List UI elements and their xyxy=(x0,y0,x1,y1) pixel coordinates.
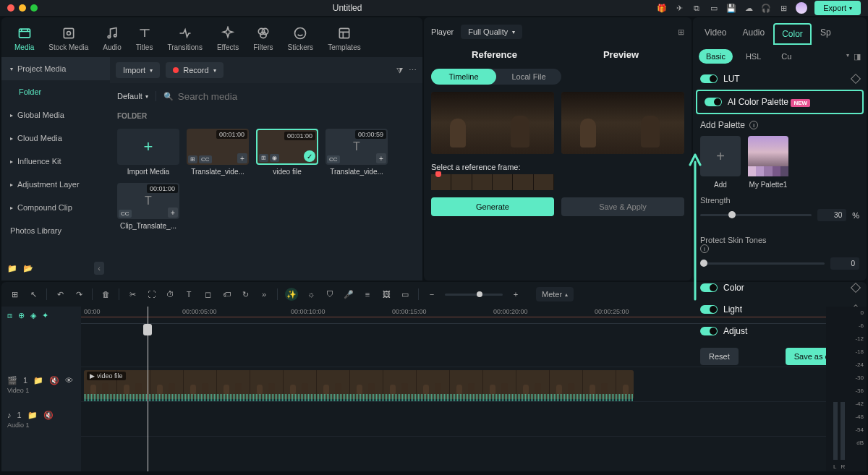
tab-speed[interactable]: Sp xyxy=(813,23,838,45)
speed-icon[interactable]: ⏱ xyxy=(164,288,176,300)
import-media-tile[interactable]: + Import Media xyxy=(117,129,179,176)
gift-icon[interactable]: 🎁 xyxy=(657,3,667,13)
text-icon[interactable]: T xyxy=(183,288,195,300)
shape-icon[interactable]: ◻ xyxy=(202,288,213,300)
filter-icon[interactable]: ⧩ xyxy=(396,66,403,75)
tab-audio[interactable]: Audio xyxy=(95,22,129,56)
shield-icon[interactable]: ⛉ xyxy=(324,288,336,300)
crop-icon[interactable]: ⛶ xyxy=(145,288,157,300)
folder-icon[interactable]: 📁 xyxy=(33,376,43,385)
timeline-tracks[interactable]: 00:00 00:00:05:00 00:00:10:00 00:00:15:0… xyxy=(81,307,826,471)
tab-local-file[interactable]: Local File xyxy=(496,69,561,85)
reference-preview[interactable] xyxy=(431,92,554,154)
redo-icon[interactable]: ↷ xyxy=(73,288,85,300)
color-toggle[interactable] xyxy=(700,283,718,292)
reference-frame-strip[interactable] xyxy=(431,174,554,190)
rotate-icon[interactable]: ↻ xyxy=(239,288,251,300)
sidebar-global-media[interactable]: ▸Global Media xyxy=(1,103,110,127)
new-folder-icon[interactable]: 📁 xyxy=(7,264,17,273)
tab-media[interactable]: Media xyxy=(7,22,41,56)
audio-track-lane[interactable] xyxy=(81,402,826,437)
compare-icon[interactable]: ◨ xyxy=(854,52,861,61)
subtab-hsl[interactable]: HSL xyxy=(739,49,768,64)
strength-slider[interactable] xyxy=(700,214,812,216)
history-icon[interactable]: ⧉ xyxy=(692,3,702,13)
clip-tile[interactable]: 00:01:00⊞◉✓ video file xyxy=(256,129,318,176)
sidebar-adjustment-layer[interactable]: ▸Adjustment Layer xyxy=(1,173,110,196)
tab-titles[interactable]: Titles xyxy=(129,22,161,56)
cut-icon[interactable]: ✂ xyxy=(127,288,138,300)
info-icon[interactable]: i xyxy=(749,121,758,129)
minimize-window[interactable] xyxy=(19,4,26,12)
audio-track-header[interactable]: ♪1📁🔇 Audio 1 xyxy=(1,402,81,437)
sidebar-compound-clip[interactable]: ▸Compound Clip xyxy=(1,196,110,219)
ai-palette-toggle[interactable] xyxy=(705,98,722,106)
marker2-icon[interactable]: ✦ xyxy=(42,311,48,320)
select-tool-icon[interactable]: ⊞ xyxy=(9,288,20,300)
new-subfolder-icon[interactable]: 📂 xyxy=(23,264,33,273)
sidebar-photos-library[interactable]: Photos Library xyxy=(1,219,110,242)
tag-icon[interactable]: 🏷 xyxy=(221,288,232,300)
brightness-icon[interactable]: ☼ xyxy=(305,288,317,300)
frame-icon[interactable]: ▭ xyxy=(399,288,411,300)
headphones-icon[interactable]: 🎧 xyxy=(761,3,771,13)
strength-value[interactable]: 30 xyxy=(817,209,846,221)
magnet-icon[interactable]: ⧈ xyxy=(7,311,12,320)
timeline-ruler[interactable]: 00:00 00:00:05:00 00:00:10:00 00:00:15:0… xyxy=(81,307,826,324)
clip-tile[interactable]: 00:01:00TCC+ Clip_Translate_... xyxy=(117,183,179,230)
zoom-slider[interactable] xyxy=(445,294,503,296)
tab-color[interactable]: Color xyxy=(773,23,812,45)
add-clip-icon[interactable]: + xyxy=(376,153,386,163)
picture-icon[interactable]: 🖼 xyxy=(380,288,392,300)
ai-tool-icon[interactable]: ✨ xyxy=(285,288,298,301)
folder-icon[interactable]: 📁 xyxy=(27,411,38,420)
tab-timeline[interactable]: Timeline xyxy=(431,69,496,85)
sort-dropdown[interactable]: Default▾ xyxy=(117,92,148,100)
info-icon[interactable]: i xyxy=(700,244,709,253)
undo-icon[interactable]: ↶ xyxy=(54,288,66,300)
levels-icon[interactable]: ≡ xyxy=(362,288,373,300)
playhead[interactable] xyxy=(148,307,148,471)
chevron-down-icon[interactable]: ▾ xyxy=(846,52,849,61)
tab-stock-media[interactable]: Stock Media xyxy=(41,22,95,56)
save-apply-button[interactable]: Save & Apply xyxy=(561,197,684,216)
sidebar-folder[interactable]: Folder xyxy=(1,80,110,103)
user-avatar[interactable] xyxy=(796,2,807,14)
sidebar-project-media[interactable]: ▾Project Media xyxy=(1,57,110,80)
keyframe-icon[interactable] xyxy=(851,283,861,293)
tab-templates[interactable]: Templates xyxy=(320,22,368,56)
generate-button[interactable]: Generate xyxy=(431,197,554,216)
subtab-curves[interactable]: Cu xyxy=(774,49,799,64)
delete-icon[interactable]: 🗑 xyxy=(100,288,111,300)
protect-skin-value[interactable]: 0 xyxy=(830,257,859,270)
video-track-lane[interactable]: ▶video file xyxy=(81,367,826,402)
keyframe-icon[interactable] xyxy=(851,74,861,84)
palette-tile[interactable]: My Palette1 xyxy=(748,136,788,189)
meter-dropdown[interactable]: Meter▴ xyxy=(536,287,574,301)
export-button[interactable]: Export▾ xyxy=(814,1,861,15)
pointer-tool-icon[interactable]: ↖ xyxy=(27,288,39,300)
maximize-window[interactable] xyxy=(30,4,38,12)
search-input[interactable] xyxy=(178,91,415,102)
mute-icon[interactable]: 🔇 xyxy=(49,376,59,385)
monitor-icon[interactable]: ▭ xyxy=(709,3,719,13)
grid-icon[interactable]: ⊞ xyxy=(778,3,788,13)
quality-dropdown[interactable]: Full Quality▾ xyxy=(461,25,522,39)
add-clip-icon[interactable]: + xyxy=(168,207,178,218)
subtab-basic[interactable]: Basic xyxy=(699,49,733,64)
send-icon[interactable]: ✈ xyxy=(674,3,684,13)
import-button[interactable]: Import▾ xyxy=(116,62,160,78)
tab-effects[interactable]: Effects xyxy=(210,22,246,56)
tab-filters[interactable]: Filters xyxy=(246,22,280,56)
zoom-in-icon[interactable]: + xyxy=(510,288,522,300)
video-track-header[interactable]: 🎬1📁🔇👁 Video 1 xyxy=(1,367,81,402)
record-button[interactable]: Record▾ xyxy=(166,62,223,78)
tab-video[interactable]: Video xyxy=(697,23,733,45)
tab-stickers[interactable]: Stickers xyxy=(281,22,321,56)
more-icon[interactable]: ⋯ xyxy=(409,66,417,75)
collapse-sidebar-icon[interactable]: ‹ xyxy=(94,262,104,275)
more-tools-icon[interactable]: » xyxy=(258,288,270,300)
marker-icon[interactable]: ◈ xyxy=(30,311,36,320)
search-field[interactable]: 🔍 xyxy=(163,91,415,102)
tab-transitions[interactable]: Transitions xyxy=(160,22,210,56)
